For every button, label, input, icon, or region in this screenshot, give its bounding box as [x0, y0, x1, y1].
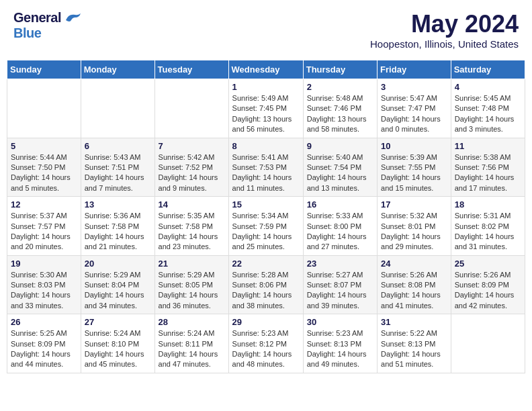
calendar-cell: 13Sunrise: 5:36 AM Sunset: 7:58 PM Dayli… — [81, 197, 154, 256]
day-number: 1 — [232, 82, 300, 92]
day-number: 7 — [159, 141, 225, 151]
day-number: 5 — [11, 141, 77, 151]
day-number: 18 — [455, 199, 521, 210]
day-number: 12 — [11, 199, 77, 210]
day-number: 24 — [381, 259, 447, 269]
day-number: 22 — [232, 259, 300, 269]
day-number: 27 — [85, 317, 151, 327]
day-number: 31 — [381, 317, 447, 327]
calendar-cell: 8Sunrise: 5:41 AM Sunset: 7:53 PM Daylig… — [228, 138, 303, 197]
day-number: 30 — [307, 317, 373, 327]
day-info: Sunrise: 5:44 AM Sunset: 7:50 PM Dayligh… — [11, 152, 77, 194]
calendar-cell: 6Sunrise: 5:43 AM Sunset: 7:51 PM Daylig… — [81, 138, 154, 197]
calendar-cell: 19Sunrise: 5:30 AM Sunset: 8:03 PM Dayli… — [7, 255, 81, 314]
calendar-cell: 5Sunrise: 5:44 AM Sunset: 7:50 PM Daylig… — [7, 138, 81, 197]
day-number: 26 — [11, 317, 77, 327]
day-number: 3 — [381, 82, 447, 92]
calendar-cell: 31Sunrise: 5:22 AM Sunset: 8:13 PM Dayli… — [378, 314, 451, 373]
day-info: Sunrise: 5:37 AM Sunset: 7:57 PM Dayligh… — [11, 211, 77, 253]
day-info: Sunrise: 5:36 AM Sunset: 7:58 PM Dayligh… — [85, 211, 151, 253]
day-number: 13 — [85, 199, 151, 210]
day-info: Sunrise: 5:42 AM Sunset: 7:52 PM Dayligh… — [159, 152, 225, 194]
day-info: Sunrise: 5:47 AM Sunset: 7:47 PM Dayligh… — [381, 93, 447, 135]
calendar-cell: 4Sunrise: 5:45 AM Sunset: 7:48 PM Daylig… — [451, 79, 525, 138]
day-number: 14 — [159, 199, 225, 210]
logo-general: General — [13, 10, 61, 26]
calendar-cell: 2Sunrise: 5:48 AM Sunset: 7:46 PM Daylig… — [303, 79, 377, 138]
calendar-cell: 20Sunrise: 5:29 AM Sunset: 8:04 PM Dayli… — [81, 255, 154, 314]
calendar-cell: 23Sunrise: 5:27 AM Sunset: 8:07 PM Dayli… — [303, 255, 377, 314]
day-number: 10 — [381, 141, 447, 151]
day-info: Sunrise: 5:30 AM Sunset: 8:03 PM Dayligh… — [11, 270, 77, 312]
calendar-cell: 1Sunrise: 5:49 AM Sunset: 7:45 PM Daylig… — [228, 79, 303, 138]
day-info: Sunrise: 5:39 AM Sunset: 7:55 PM Dayligh… — [381, 152, 447, 194]
day-info: Sunrise: 5:49 AM Sunset: 7:45 PM Dayligh… — [232, 93, 300, 135]
day-info: Sunrise: 5:25 AM Sunset: 8:09 PM Dayligh… — [11, 328, 77, 370]
day-info: Sunrise: 5:33 AM Sunset: 8:00 PM Dayligh… — [307, 211, 373, 253]
day-info: Sunrise: 5:22 AM Sunset: 8:13 PM Dayligh… — [381, 328, 447, 370]
day-number: 11 — [455, 141, 521, 151]
calendar-cell: 9Sunrise: 5:40 AM Sunset: 7:54 PM Daylig… — [303, 138, 377, 197]
calendar-cell: 16Sunrise: 5:33 AM Sunset: 8:00 PM Dayli… — [303, 197, 377, 256]
day-number: 19 — [11, 259, 77, 269]
day-number: 17 — [381, 199, 447, 210]
calendar-cell: 17Sunrise: 5:32 AM Sunset: 8:01 PM Dayli… — [378, 197, 451, 256]
day-number: 20 — [85, 259, 151, 269]
day-of-week-header: Thursday — [303, 60, 377, 79]
day-info: Sunrise: 5:29 AM Sunset: 8:04 PM Dayligh… — [85, 270, 151, 312]
day-number: 29 — [232, 317, 300, 327]
calendar-cell — [7, 79, 81, 138]
day-info: Sunrise: 5:48 AM Sunset: 7:46 PM Dayligh… — [307, 93, 373, 135]
day-info: Sunrise: 5:28 AM Sunset: 8:06 PM Dayligh… — [232, 270, 300, 312]
day-number: 16 — [307, 199, 373, 210]
day-of-week-header: Sunday — [7, 60, 81, 79]
calendar-cell: 25Sunrise: 5:26 AM Sunset: 8:09 PM Dayli… — [451, 255, 525, 314]
month-year-title: May 2024 — [370, 10, 519, 38]
calendar-cell: 29Sunrise: 5:23 AM Sunset: 8:12 PM Dayli… — [228, 314, 303, 373]
day-info: Sunrise: 5:26 AM Sunset: 8:08 PM Dayligh… — [381, 270, 447, 312]
day-number: 2 — [307, 82, 373, 92]
day-number: 28 — [159, 317, 225, 327]
day-info: Sunrise: 5:41 AM Sunset: 7:53 PM Dayligh… — [232, 152, 300, 194]
calendar-week-row: 12Sunrise: 5:37 AM Sunset: 7:57 PM Dayli… — [7, 197, 525, 256]
day-number: 9 — [307, 141, 373, 151]
day-info: Sunrise: 5:24 AM Sunset: 8:10 PM Dayligh… — [85, 328, 151, 370]
day-info: Sunrise: 5:26 AM Sunset: 8:09 PM Dayligh… — [455, 270, 521, 312]
day-of-week-header: Monday — [81, 60, 154, 79]
calendar-week-row: 26Sunrise: 5:25 AM Sunset: 8:09 PM Dayli… — [7, 314, 525, 373]
day-info: Sunrise: 5:27 AM Sunset: 8:07 PM Dayligh… — [307, 270, 373, 312]
calendar-cell: 27Sunrise: 5:24 AM Sunset: 8:10 PM Dayli… — [81, 314, 154, 373]
day-info: Sunrise: 5:23 AM Sunset: 8:12 PM Dayligh… — [232, 328, 300, 370]
page-header: General Blue May 2024 Hoopeston, Illinoi… — [7, 7, 525, 53]
calendar-cell: 15Sunrise: 5:34 AM Sunset: 7:59 PM Dayli… — [228, 197, 303, 256]
calendar-week-row: 19Sunrise: 5:30 AM Sunset: 8:03 PM Dayli… — [7, 255, 525, 314]
logo-blue: Blue — [13, 26, 41, 40]
day-info: Sunrise: 5:35 AM Sunset: 7:58 PM Dayligh… — [159, 211, 225, 253]
day-info: Sunrise: 5:45 AM Sunset: 7:48 PM Dayligh… — [455, 93, 521, 135]
location-text: Hoopeston, Illinois, United States — [370, 38, 519, 50]
calendar-cell: 10Sunrise: 5:39 AM Sunset: 7:55 PM Dayli… — [378, 138, 451, 197]
day-of-week-header: Friday — [378, 60, 451, 79]
day-number: 23 — [307, 259, 373, 269]
calendar-cell: 24Sunrise: 5:26 AM Sunset: 8:08 PM Dayli… — [378, 255, 451, 314]
bird-icon — [63, 11, 82, 26]
calendar-table: SundayMondayTuesdayWednesdayThursdayFrid… — [7, 60, 525, 373]
calendar-cell: 12Sunrise: 5:37 AM Sunset: 7:57 PM Dayli… — [7, 197, 81, 256]
day-number: 15 — [232, 199, 300, 210]
day-info: Sunrise: 5:43 AM Sunset: 7:51 PM Dayligh… — [85, 152, 151, 194]
calendar-cell — [451, 314, 525, 373]
calendar-cell — [154, 79, 228, 138]
day-number: 8 — [232, 141, 300, 151]
calendar-week-row: 1Sunrise: 5:49 AM Sunset: 7:45 PM Daylig… — [7, 79, 525, 138]
calendar-cell: 30Sunrise: 5:23 AM Sunset: 8:13 PM Dayli… — [303, 314, 377, 373]
day-info: Sunrise: 5:24 AM Sunset: 8:11 PM Dayligh… — [159, 328, 225, 370]
day-info: Sunrise: 5:40 AM Sunset: 7:54 PM Dayligh… — [307, 152, 373, 194]
day-info: Sunrise: 5:38 AM Sunset: 7:56 PM Dayligh… — [455, 152, 521, 194]
calendar-cell — [81, 79, 154, 138]
logo: General Blue — [13, 10, 82, 41]
day-info: Sunrise: 5:34 AM Sunset: 7:59 PM Dayligh… — [232, 211, 300, 253]
day-number: 25 — [455, 259, 521, 269]
day-number: 21 — [159, 259, 225, 269]
day-number: 4 — [455, 82, 521, 92]
calendar-header-row: SundayMondayTuesdayWednesdayThursdayFrid… — [7, 60, 525, 79]
